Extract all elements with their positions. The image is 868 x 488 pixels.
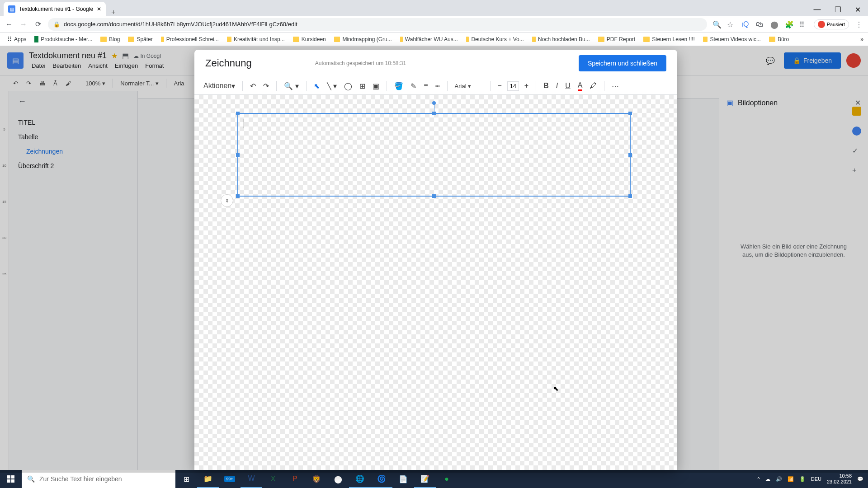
zoom-button[interactable]: 🔍 ▾ (282, 82, 300, 90)
rotation-handle[interactable] (432, 101, 436, 105)
brave-app[interactable]: 🦁 (306, 470, 327, 488)
clock[interactable]: 10:58 23.02.2021 (827, 473, 852, 485)
bookmark-item[interactable]: Produktsuche - Mer... (32, 36, 95, 42)
start-button[interactable] (0, 470, 22, 488)
notes-app[interactable]: 📝 (414, 470, 436, 488)
bookmark-item[interactable]: Kursideen (290, 36, 329, 42)
drawing-canvas[interactable]: ⇕ (194, 95, 677, 470)
forward-button[interactable]: → (19, 20, 28, 29)
svg-rect-1 (11, 475, 14, 479)
more-options-button[interactable]: ⋯ (610, 82, 621, 90)
menu-icon[interactable]: ⋮ (855, 20, 863, 28)
obs-app[interactable]: ⬤ (327, 470, 349, 488)
bookmark-item[interactable]: Später (125, 36, 155, 42)
bookmark-item[interactable]: Steuern Videos wic... (700, 36, 764, 42)
back-button[interactable]: ← (5, 20, 14, 29)
italic-button[interactable]: I (554, 82, 560, 90)
text-cursor (244, 119, 244, 128)
task-view-button[interactable]: ⊞ (175, 470, 197, 488)
close-tab-icon[interactable]: ✕ (97, 6, 101, 12)
bookmark-item[interactable]: Professionell Schrei... (158, 36, 222, 42)
powerpoint-app[interactable]: P (284, 470, 306, 488)
bookmarks-overflow-icon[interactable]: » (860, 36, 863, 42)
onedrive-icon[interactable]: ☁ (765, 476, 770, 482)
redo-button[interactable]: ↷ (261, 82, 271, 90)
resize-handle-bl[interactable] (236, 194, 240, 198)
excel-app[interactable]: X (262, 470, 284, 488)
font-decrease-button[interactable]: − (496, 82, 504, 90)
svg-rect-2 (7, 479, 10, 483)
font-increase-button[interactable]: + (523, 82, 530, 90)
spotify-app[interactable]: ● (436, 470, 458, 488)
explorer-app[interactable]: 📁 (197, 470, 219, 488)
adblock-icon[interactable]: ⬤ (770, 20, 778, 28)
tray-expand-icon[interactable]: ^ (758, 476, 760, 482)
border-dash-button[interactable]: ┅ (434, 82, 442, 90)
bold-button[interactable]: B (542, 82, 551, 90)
new-tab-button[interactable]: + (106, 8, 121, 16)
minimize-icon[interactable]: — (807, 3, 827, 16)
resize-handle-tl[interactable] (236, 112, 240, 115)
maximize-icon[interactable]: ❐ (827, 3, 848, 16)
canvas-expand-handle[interactable]: ⇕ (221, 194, 233, 207)
shape-tool[interactable]: ◯ (342, 82, 354, 90)
bookmark-item[interactable]: Büro (766, 36, 792, 42)
extensions-icon[interactable]: 🧩 (785, 20, 793, 28)
notepad-app[interactable]: 📄 (392, 470, 414, 488)
border-weight-button[interactable]: ≡ (422, 82, 429, 90)
bookmark-item[interactable]: Blog (98, 36, 123, 42)
resize-handle-mt[interactable] (432, 112, 436, 115)
textbox-tool[interactable]: ⊞ (358, 82, 367, 90)
apps-shortcut[interactable]: ⠿Apps (5, 36, 29, 43)
resize-handle-mb[interactable] (432, 194, 436, 198)
profile-paused-badge[interactable]: Pausiert (814, 19, 849, 29)
bookmark-item[interactable]: Steuern Lesen !!!! (641, 36, 698, 42)
notifications-icon[interactable]: 💬 (857, 476, 863, 482)
line-tool[interactable]: ╲ ▾ (325, 82, 339, 90)
border-color-button[interactable]: ✎ (409, 82, 418, 90)
mail-app[interactable]: 99+ (219, 470, 241, 488)
wifi-icon[interactable]: 📶 (788, 476, 794, 482)
chrome-app[interactable]: 🌐 (349, 470, 371, 488)
resize-handle-ml[interactable] (236, 153, 240, 157)
language-indicator[interactable]: DEU (811, 476, 821, 482)
browser-tab[interactable]: ▤ Textdokument neu #1 - Google ✕ (4, 2, 106, 16)
resize-handle-mr[interactable] (628, 153, 632, 157)
volume-icon[interactable]: 🔊 (776, 476, 782, 482)
font-size-input[interactable] (507, 81, 519, 91)
close-window-icon[interactable]: ✕ (848, 3, 868, 16)
bookmark-item[interactable]: Noch hochladen Bu... (529, 36, 593, 42)
bookmark-item[interactable]: Mindmapping (Gru... (331, 36, 395, 42)
apps-grid-icon[interactable]: ⠿ (799, 20, 807, 28)
cart-icon[interactable]: 🛍 (756, 20, 764, 28)
bookmark-item[interactable]: Kreativität und Insp... (224, 36, 288, 42)
translate-icon[interactable]: ıQ (741, 20, 750, 28)
star-icon[interactable]: ☆ (727, 20, 735, 28)
font-select[interactable]: Arial ▾ (453, 83, 485, 89)
zoom-icon[interactable]: 🔍 (712, 20, 721, 28)
image-tool[interactable]: ▣ (371, 82, 381, 90)
edge-app[interactable]: 🌀 (371, 470, 392, 488)
select-tool[interactable]: ⬉ (312, 82, 321, 90)
bookmark-item[interactable]: PDF Report (595, 36, 638, 42)
save-and-close-button[interactable]: Speichern und schließen (579, 55, 666, 71)
browser-tab-strip: ▤ Textdokument neu #1 - Google ✕ + — ❐ ✕ (0, 0, 868, 16)
search-icon: 🔍 (27, 475, 35, 483)
actions-menu[interactable]: Aktionen ▾ (202, 82, 237, 90)
bookmark-item[interactable]: Wahlfächer WU Aus... (397, 36, 461, 42)
underline-button[interactable]: U (563, 82, 572, 90)
word-app[interactable]: W (241, 470, 262, 488)
text-color-button[interactable]: A (576, 81, 585, 91)
reload-button[interactable]: ⟳ (33, 20, 42, 29)
undo-button[interactable]: ↶ (248, 82, 258, 90)
text-box-shape[interactable] (237, 113, 631, 197)
fill-color-button[interactable]: 🪣 (392, 82, 405, 90)
resize-handle-br[interactable] (628, 194, 632, 198)
taskbar-search[interactable]: 🔍 Zur Suche Text hier eingeben (22, 470, 175, 488)
windows-taskbar: 🔍 Zur Suche Text hier eingeben ⊞ 📁 99+ W… (0, 470, 868, 488)
resize-handle-tr[interactable] (628, 112, 632, 115)
bookmark-item[interactable]: Deutsche Kurs + Vo... (463, 36, 527, 42)
url-input[interactable]: 🔒 docs.google.com/document/d/1hUH8k6h7Lb… (48, 18, 707, 31)
highlight-button[interactable]: 🖍 (588, 82, 599, 90)
battery-icon[interactable]: 🔋 (799, 476, 806, 482)
